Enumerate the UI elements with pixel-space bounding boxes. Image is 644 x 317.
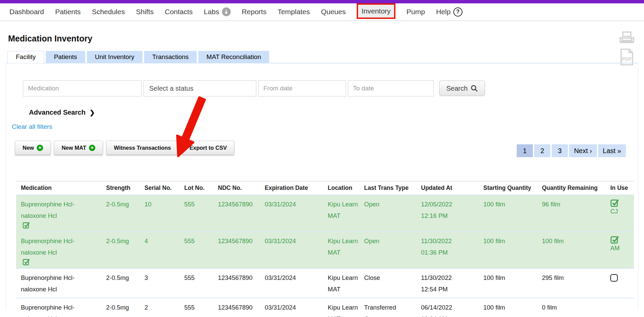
starting-qty-cell: 100 film: [483, 195, 542, 231]
nav-item-label: Help: [436, 8, 451, 16]
table-header-row: Medication Strength Serial No. Lot No. N…: [16, 181, 634, 195]
page-button-2[interactable]: 2: [534, 144, 550, 157]
medication-cell[interactable]: Buprenorphine Hcl- naloxone Hcl: [21, 232, 106, 268]
medication-line1: Buprenorphine Hcl-: [21, 199, 104, 210]
nav-item-patients[interactable]: Patients: [55, 8, 81, 16]
page-header: Medication Inventory PDF: [0, 34, 644, 44]
advanced-search-toggle[interactable]: Advanced Search ❯: [29, 109, 95, 116]
last-page-button[interactable]: Last »: [598, 144, 626, 157]
expiration-cell: 03/31/2024: [265, 232, 328, 268]
unchecked-checkbox-icon[interactable]: [610, 274, 618, 282]
medication-line2: naloxone Hcl: [21, 210, 104, 229]
brand-top-bar: [0, 0, 644, 3]
col-ndc: NDC No.: [218, 181, 265, 195]
medication-line1: Buprenorphine Hcl-: [21, 235, 104, 247]
nav-item-dashboard[interactable]: Dashboard: [9, 8, 44, 16]
filter-bar: Select a status Search: [23, 80, 638, 96]
col-expiration: Expiration Date: [265, 181, 328, 195]
col-location: Location: [328, 181, 364, 195]
starting-qty-cell: 100 film: [483, 269, 542, 298]
help-question-icon: ?: [453, 7, 462, 17]
inventory-tabs: Facility Patients Unit Inventory Transac…: [7, 51, 644, 63]
main-navbar: Dashboard Patients Schedules Shifts Cont…: [0, 3, 644, 20]
strength-cell: 2-0.5mg: [106, 232, 144, 268]
nav-item-inventory[interactable]: Inventory: [357, 3, 395, 19]
in-use-cell[interactable]: CJ: [610, 195, 634, 231]
new-mat-button-label: New MAT: [62, 145, 86, 151]
last-trans-cell: Close: [364, 269, 421, 298]
in-use-cell[interactable]: [610, 298, 634, 317]
lot-cell: 555: [184, 298, 218, 317]
tab-mat-reconciliation[interactable]: MAT Reconciliation: [198, 51, 269, 63]
tab-unit-inventory[interactable]: Unit Inventory: [87, 51, 142, 63]
serial-cell: 10: [144, 195, 184, 231]
qty-remaining-cell: 0 film: [542, 298, 610, 317]
tab-patients[interactable]: Patients: [46, 51, 85, 63]
medication-cell[interactable]: Buprenorphine Hcl- naloxone Hcl: [21, 195, 106, 231]
nav-item-contacts[interactable]: Contacts: [165, 8, 193, 16]
export-to-csv-button[interactable]: Export to CSV: [182, 141, 234, 155]
medication-line1: Buprenorphine Hcl-: [21, 302, 104, 313]
ndc-cell: 1234567890: [218, 195, 265, 231]
qty-remaining-cell: 100 film: [542, 232, 610, 268]
pagination: 1 2 3 Next › Last »: [517, 144, 626, 157]
lot-cell: 555: [184, 269, 218, 298]
chevron-right-icon: ❯: [90, 109, 95, 116]
starting-qty-cell: 100 film: [483, 298, 542, 317]
next-page-button[interactable]: Next ›: [569, 144, 597, 157]
table-row: Buprenorphine Hcl- naloxone Hcl 2-0.5mg …: [16, 298, 634, 317]
print-icon[interactable]: [619, 31, 635, 44]
in-use-cell[interactable]: AM: [610, 232, 634, 268]
strength-cell: 2-0.5mg: [106, 195, 144, 231]
last-trans-cell: TransferredOut: [364, 298, 421, 317]
col-medication: Medication: [21, 181, 106, 195]
status-filter-select[interactable]: Select a status: [143, 80, 256, 96]
col-qty-remaining: Quantity Remaining: [542, 181, 610, 195]
medication-cell[interactable]: Buprenorphine Hcl- naloxone Hcl: [21, 298, 106, 317]
new-button-label: New: [23, 145, 34, 151]
serial-cell: 2: [144, 298, 184, 317]
nav-item-queues[interactable]: Queues: [321, 8, 346, 16]
page-button-3[interactable]: 3: [552, 144, 568, 157]
table-row: Buprenorphine Hcl- naloxone Hcl 2-0.5mg …: [16, 269, 634, 298]
medication-filter-input[interactable]: [23, 80, 141, 96]
tab-transactions[interactable]: Transactions: [144, 51, 197, 63]
updated-at-cell: 12/05/202212:16 PM: [421, 195, 483, 231]
nav-item-help[interactable]: Help ?: [436, 7, 462, 17]
nav-item-pump[interactable]: Pump: [407, 8, 425, 16]
serial-cell: 4: [144, 232, 184, 268]
nav-item-schedules[interactable]: Schedules: [92, 8, 125, 16]
in-use-initials: AM: [610, 244, 632, 253]
page-button-1[interactable]: 1: [517, 144, 533, 157]
location-cell: Kipu LearnMAT: [328, 269, 364, 298]
nav-item-templates[interactable]: Templates: [278, 8, 310, 16]
medication-cell[interactable]: Buprenorphine Hcl- naloxone Hcl: [21, 269, 106, 298]
new-button[interactable]: New +: [15, 141, 51, 155]
clear-all-filters-link[interactable]: Clear all filters: [12, 123, 52, 131]
location-cell: Kipu LearnMAT: [328, 298, 364, 317]
nav-item-labs[interactable]: Labs: [204, 7, 231, 16]
from-date-input[interactable]: [258, 80, 346, 96]
strength-cell: 2-0.5mg: [106, 298, 144, 317]
search-button[interactable]: Search: [439, 81, 485, 96]
last-trans-cell: Open: [364, 232, 421, 268]
tab-facility[interactable]: Facility: [7, 51, 44, 63]
expiration-cell: 03/31/2024: [265, 269, 328, 298]
witness-transactions-label: Witness Transactions: [114, 145, 171, 151]
search-icon: [471, 85, 478, 92]
location-cell: Kipu LearnMAT: [328, 232, 364, 268]
in-use-cell[interactable]: [610, 269, 634, 298]
to-date-input[interactable]: [348, 80, 434, 96]
plus-icon: +: [89, 145, 95, 151]
col-lot: Lot No.: [184, 181, 218, 195]
checked-checkbox-icon: [23, 258, 30, 265]
nav-item-shifts[interactable]: Shifts: [136, 8, 154, 16]
nav-item-reports[interactable]: Reports: [242, 8, 267, 16]
checked-checkbox-icon: [610, 199, 619, 207]
new-mat-button[interactable]: New MAT +: [54, 141, 103, 155]
qty-remaining-cell: 96 film: [542, 195, 610, 231]
witness-transactions-button[interactable]: Witness Transactions: [106, 141, 179, 155]
lot-cell: 555: [184, 232, 218, 268]
updated-at-cell: 11/30/202212:54 PM: [421, 269, 483, 298]
col-updated: Updated At: [421, 181, 483, 195]
